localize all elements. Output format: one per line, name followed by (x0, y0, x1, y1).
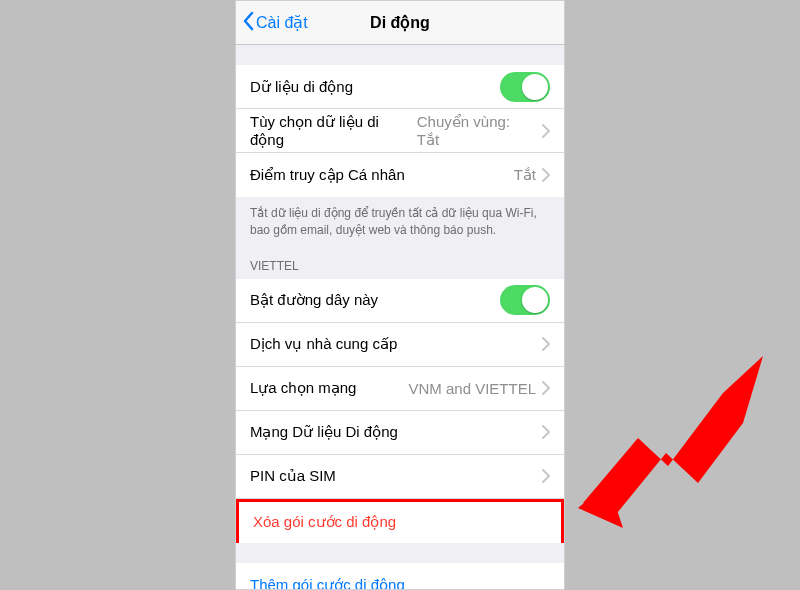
row-network-select[interactable]: Lựa chọn mạng VNM and VIETTEL (236, 367, 564, 411)
add-plan-label: Thêm gói cước di động (250, 576, 405, 590)
network-select-label: Lựa chọn mạng (250, 379, 356, 397)
back-label: Cài đặt (256, 13, 308, 32)
hotspot-label: Điểm truy cập Cá nhân (250, 166, 405, 184)
nav-bar: Cài đặt Di động (236, 1, 564, 45)
carrier-header: VIETTEL (236, 245, 564, 279)
remove-plan-label: Xóa gói cước di động (253, 513, 396, 531)
annotation-arrow (578, 338, 778, 542)
row-sim-pin[interactable]: PIN của SIM (236, 455, 564, 499)
row-hotspot[interactable]: Điểm truy cập Cá nhân Tắt (236, 153, 564, 197)
hotspot-value: Tắt (514, 166, 536, 184)
carrier-services-label: Dịch vụ nhà cung cấp (250, 335, 397, 353)
row-cellular-data-network[interactable]: Mạng Dữ liệu Di động (236, 411, 564, 455)
chevron-right-icon (542, 425, 550, 439)
row-cellular-data[interactable]: Dữ liệu di động (236, 65, 564, 109)
row-carrier-services[interactable]: Dịch vụ nhà cung cấp (236, 323, 564, 367)
row-add-plan[interactable]: Thêm gói cước di động (236, 563, 564, 590)
chevron-right-icon (542, 469, 550, 483)
cellular-data-toggle[interactable] (500, 72, 550, 102)
group-add-plan: Thêm gói cước di động (236, 563, 564, 590)
chevron-right-icon (542, 168, 550, 182)
svg-marker-1 (578, 483, 623, 528)
svg-marker-0 (583, 356, 763, 518)
sim-pin-label: PIN của SIM (250, 467, 336, 485)
row-remove-plan[interactable]: Xóa gói cước di động (236, 499, 564, 543)
chevron-right-icon (542, 124, 550, 138)
row-enable-line[interactable]: Bật đường dây này (236, 279, 564, 323)
enable-line-label: Bật đường dây này (250, 291, 378, 309)
cellular-footer-note: Tắt dữ liệu di động để truyền tất cả dữ … (236, 197, 564, 245)
phone-screen: Cài đặt Di động Dữ liệu di động Tùy chọn… (235, 0, 565, 590)
chevron-right-icon (542, 337, 550, 351)
cellular-options-value: Chuyển vùng: Tắt (417, 113, 536, 149)
row-cellular-options[interactable]: Tùy chọn dữ liệu di động Chuyển vùng: Tắ… (236, 109, 564, 153)
cellular-data-network-label: Mạng Dữ liệu Di động (250, 423, 398, 441)
enable-line-toggle[interactable] (500, 285, 550, 315)
cellular-data-label: Dữ liệu di động (250, 78, 353, 96)
chevron-right-icon (542, 381, 550, 395)
cellular-options-label: Tùy chọn dữ liệu di động (250, 113, 417, 149)
group-carrier: Bật đường dây này Dịch vụ nhà cung cấp L… (236, 279, 564, 543)
network-select-value: VNM and VIETTEL (408, 380, 536, 397)
back-button[interactable]: Cài đặt (236, 11, 308, 35)
chevron-left-icon (242, 11, 256, 35)
group-cellular: Dữ liệu di động Tùy chọn dữ liệu di động… (236, 65, 564, 197)
